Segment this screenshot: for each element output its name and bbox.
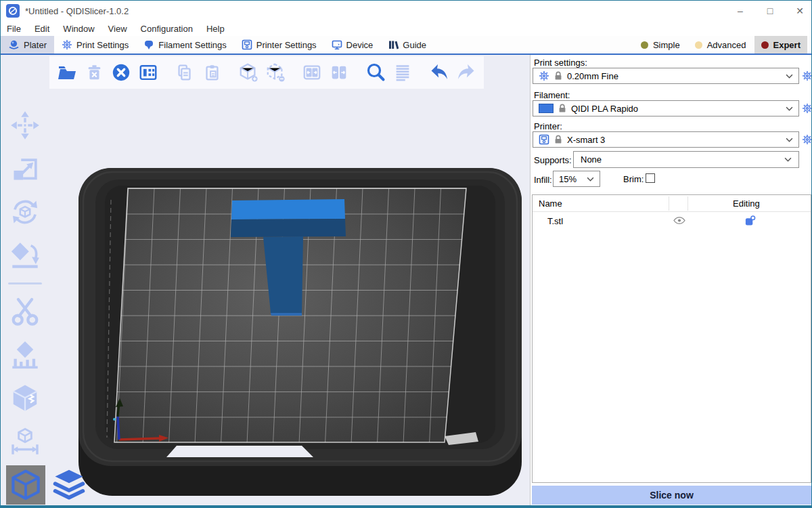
menu-view[interactable]: View: [108, 24, 127, 34]
cut-button[interactable]: [9, 295, 41, 328]
column-separator: [687, 196, 688, 211]
printer-icon: [242, 39, 252, 50]
lock-icon: [558, 104, 566, 113]
add-instance-icon: [238, 62, 258, 83]
maximize-button[interactable]: □: [765, 5, 775, 16]
tab-label: Printer Settings: [256, 40, 317, 50]
split-to-parts-button[interactable]: [325, 58, 353, 87]
place-on-face-button[interactable]: [9, 239, 41, 272]
tab-plater[interactable]: Plater: [1, 36, 54, 54]
expert-dot-icon: [761, 41, 769, 49]
seam-icon: [9, 383, 41, 414]
open-button[interactable]: [53, 58, 81, 87]
slice-now-button[interactable]: Slice now: [532, 486, 811, 505]
redo-button[interactable]: [453, 58, 480, 87]
slice-now-label: Slice now: [650, 490, 694, 501]
supports-select[interactable]: None: [573, 151, 799, 168]
menu-file[interactable]: File: [7, 24, 21, 34]
printer-combo[interactable]: X-smart 3: [533, 131, 799, 148]
menu-edit[interactable]: Edit: [35, 24, 49, 34]
menu-window[interactable]: Window: [63, 24, 94, 34]
mode-advanced[interactable]: Advanced: [688, 36, 753, 54]
filament-combo[interactable]: QIDI PLA Rapido: [533, 100, 799, 117]
toolbar-separator: [8, 282, 42, 284]
tab-label: Print Settings: [76, 40, 129, 50]
menu-configuration[interactable]: Configuration: [141, 24, 193, 34]
print-settings-combo[interactable]: 0.20mm Fine: [533, 68, 799, 84]
infill-select[interactable]: 15%: [553, 171, 600, 187]
remove-instance-icon: [265, 62, 286, 83]
view-preview-button[interactable]: [49, 465, 89, 505]
layer-height-icon: [392, 62, 413, 83]
cube-3d-view-icon: [7, 467, 44, 503]
split-to-objects-button[interactable]: [298, 58, 325, 87]
edit-filament-button[interactable]: [802, 103, 812, 114]
move-button[interactable]: [9, 109, 41, 142]
paint-supports-button[interactable]: [9, 339, 41, 371]
tab-printer-settings[interactable]: Printer Settings: [234, 36, 324, 54]
copy-button[interactable]: [171, 58, 198, 87]
copy-icon: [175, 62, 195, 83]
edit-object-icon[interactable]: [744, 215, 756, 227]
add-instance-button[interactable]: [235, 58, 262, 87]
close-button[interactable]: ✕: [795, 5, 805, 16]
paint-supports-icon: [9, 339, 41, 371]
arrange-icon: [138, 62, 158, 83]
filament-icon: [143, 39, 154, 50]
delete-button[interactable]: [81, 58, 108, 87]
delete-all-button[interactable]: [108, 58, 135, 87]
tab-filament-settings[interactable]: Filament Settings: [136, 36, 233, 54]
mode-label: Simple: [653, 40, 680, 50]
layers-preview-icon: [51, 467, 87, 503]
rotate-button[interactable]: [9, 196, 41, 228]
guide-books-icon: [388, 39, 399, 50]
visibility-eye-icon[interactable]: [673, 217, 685, 224]
brim-label: Brim:: [623, 174, 644, 184]
qidislicer-window: *Untitled - QIDISlicer-1.0.2 – □ ✕ File …: [0, 0, 812, 508]
object-row-t-stl[interactable]: T.stl: [533, 212, 811, 230]
chevron-down-icon: [786, 137, 793, 142]
minimize-button[interactable]: –: [736, 5, 745, 16]
view-3d-editor-button[interactable]: [6, 465, 45, 505]
gear-icon: [62, 39, 72, 50]
arrange-button[interactable]: [135, 58, 162, 87]
tab-print-settings[interactable]: Print Settings: [54, 36, 136, 54]
measure-button[interactable]: [9, 425, 41, 458]
undo-icon: [428, 62, 450, 83]
mode-label: Advanced: [707, 40, 746, 50]
split-parts-icon: [329, 62, 349, 83]
delete-all-icon: [111, 62, 131, 83]
open-folder-icon: [56, 62, 78, 83]
mode-expert[interactable]: Expert: [754, 36, 807, 54]
paste-button[interactable]: [198, 58, 225, 87]
supports-value: None: [581, 154, 602, 165]
chevron-down-icon: [786, 74, 793, 79]
variable-layer-height-button[interactable]: [389, 58, 416, 87]
menu-help[interactable]: Help: [206, 24, 225, 34]
edit-print-settings-button[interactable]: [802, 70, 812, 81]
scene-canvas[interactable]: [1, 55, 530, 506]
search-button[interactable]: [362, 58, 389, 87]
seam-button[interactable]: [9, 382, 41, 415]
remove-instance-button[interactable]: [262, 58, 289, 87]
supports-label: Supports:: [534, 155, 572, 165]
tab-label: Guide: [403, 40, 426, 50]
tab-label: Plater: [24, 40, 47, 50]
viewport-3d[interactable]: [1, 55, 530, 506]
filament-label: Filament:: [534, 90, 570, 100]
printer-label: Printer:: [534, 121, 562, 131]
column-name: Name: [539, 198, 562, 209]
device-monitor-icon: [332, 39, 342, 50]
edit-printer-button[interactable]: [802, 134, 812, 145]
mode-simple[interactable]: Simple: [634, 36, 687, 54]
chevron-down-icon: [587, 177, 594, 182]
scale-button[interactable]: [9, 152, 41, 185]
brim-checkbox[interactable]: [646, 173, 655, 183]
tab-guide[interactable]: Guide: [380, 36, 434, 54]
undo-button[interactable]: [426, 58, 453, 87]
tab-device[interactable]: Device: [324, 36, 381, 54]
redo-icon: [455, 62, 477, 83]
infill-label: Infill:: [534, 175, 552, 185]
object-list: Name Editing T.stl: [532, 194, 811, 483]
gear-icon: [539, 70, 549, 81]
